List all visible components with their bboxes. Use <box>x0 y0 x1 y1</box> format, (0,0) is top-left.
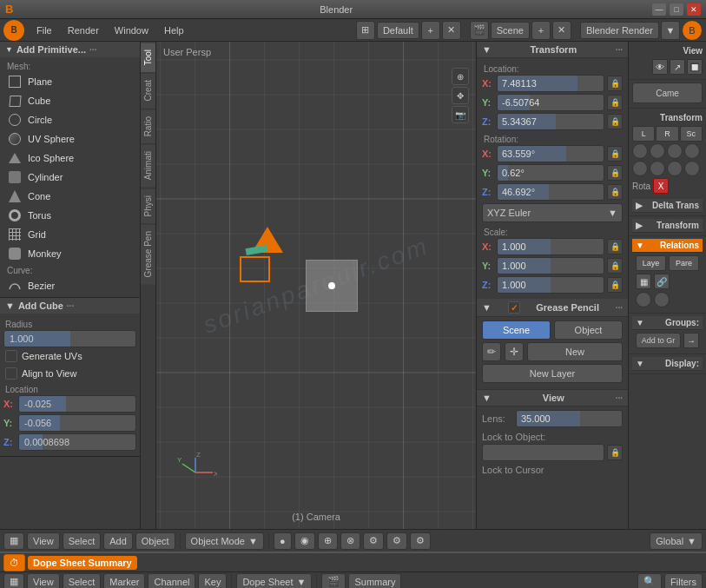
nav-zoom-icon[interactable]: ⊕ <box>452 68 469 85</box>
tab-animation[interactable]: Animati <box>141 143 155 187</box>
fr-circle-3[interactable] <box>667 143 683 159</box>
fr-camera-btn[interactable]: Came <box>632 83 703 103</box>
new-layer-btn[interactable]: New Layer <box>482 364 623 383</box>
menu-help[interactable]: Help <box>157 23 191 37</box>
vt-view-btn[interactable]: View <box>27 532 60 550</box>
gp-scene-btn[interactable]: Scene <box>482 320 551 340</box>
lock-object-field[interactable] <box>482 444 604 461</box>
fr-layer-icon[interactable]: ▦ <box>636 274 651 289</box>
vt-snap-icon[interactable]: ⊗ <box>340 532 360 550</box>
scale-y-lock[interactable]: 🔒 <box>607 258 623 274</box>
fr-circle-2[interactable] <box>650 143 665 159</box>
loc-x-field[interactable]: -0.025 <box>18 395 136 413</box>
fr-groups-header[interactable]: ▼ Groups: <box>632 316 703 330</box>
radius-field[interactable]: 1.000 <box>3 330 136 347</box>
fr-circle-1[interactable] <box>632 143 648 159</box>
ds-icon-btn[interactable]: ⏱ <box>3 554 25 571</box>
tab-physics[interactable]: Physi <box>141 188 155 223</box>
fr-add-group-icon[interactable]: → <box>683 333 699 348</box>
euler-select[interactable]: XYZ Euler ▼ <box>482 203 623 222</box>
render-engine-selector[interactable]: Blender Render <box>580 22 659 39</box>
grease-pencil-header[interactable]: ▼ Grease Pencil ··· <box>477 299 628 317</box>
gp-pencil-btn[interactable]: ✏ <box>482 342 501 361</box>
ds-icon2-btn[interactable]: ▦ <box>3 573 24 589</box>
tab-create[interactable]: Creat <box>141 72 155 108</box>
mesh-cube[interactable]: Cube <box>3 91 136 110</box>
fr-sc-btn[interactable]: Sc <box>680 126 703 142</box>
ds-key-btn[interactable]: Key <box>198 573 227 589</box>
trans-y-lock[interactable]: 🔒 <box>607 95 623 110</box>
trans-x-lock[interactable]: 🔒 <box>607 76 623 91</box>
rot-z-field[interactable]: 46.692° <box>497 183 604 201</box>
nav-pan-icon[interactable]: ✥ <box>452 87 469 104</box>
rot-x-lock[interactable]: 🔒 <box>607 146 623 162</box>
rot-z-lock[interactable]: 🔒 <box>607 184 623 200</box>
fr-circle-4[interactable] <box>684 143 700 159</box>
ds-type-selector[interactable]: Dope Sheet ▼ <box>236 573 312 589</box>
fr-l-btn[interactable]: L <box>632 126 655 142</box>
vt-solid-icon[interactable]: ◉ <box>294 532 315 550</box>
ds-view-btn[interactable]: View <box>27 573 60 589</box>
ds-filters-btn[interactable]: Filters <box>664 573 703 589</box>
mesh-monkey[interactable]: Monkey <box>3 244 136 263</box>
rot-x-field[interactable]: 63.559° <box>497 145 604 162</box>
lock-object-lock[interactable]: 🔒 <box>607 445 623 460</box>
tab-grease-pencil[interactable]: Grease Pen <box>141 223 155 284</box>
fr-toggle-2[interactable] <box>654 292 670 307</box>
mesh-torus[interactable]: Torus <box>3 206 136 225</box>
vt-sphere-icon[interactable]: ● <box>274 532 292 550</box>
add-scene-btn[interactable]: + <box>531 21 551 40</box>
trans-z-field[interactable]: 5.34367 <box>497 113 604 130</box>
ds-marker-btn[interactable]: Marker <box>103 573 145 589</box>
render-options-btn[interactable]: ▼ <box>661 21 680 40</box>
fr-parent-icon[interactable]: 🔗 <box>654 274 670 289</box>
fr-icon-2[interactable]: ↗ <box>670 59 685 75</box>
vt-mode-selector[interactable]: Object Mode ▼ <box>185 532 264 550</box>
ds-summary-btn[interactable]: Summary <box>348 573 401 589</box>
transform-header[interactable]: ▼ Transform ··· <box>477 42 628 58</box>
mesh-cone[interactable]: Cone <box>3 187 136 206</box>
vt-wire-icon[interactable]: ⊕ <box>318 532 338 550</box>
lens-field[interactable]: 35.000 <box>516 410 623 427</box>
fr-circle-8[interactable] <box>684 161 700 176</box>
rot-y-field[interactable]: 0.62° <box>497 164 604 182</box>
curve-bezier[interactable]: Bezier <box>3 276 136 295</box>
tab-tool[interactable]: Tool <box>141 42 155 72</box>
menu-window[interactable]: Window <box>108 23 155 37</box>
fr-circle-6[interactable] <box>650 161 665 176</box>
ds-icon3-btn[interactable]: 🎬 <box>321 573 346 589</box>
maximize-button[interactable]: □ <box>670 3 683 16</box>
vt-settings-3[interactable]: ⚙ <box>410 532 431 550</box>
align-view-row[interactable]: Align to View <box>3 365 136 382</box>
fr-circle-5[interactable] <box>632 161 648 176</box>
fr-icon-1[interactable]: 👁 <box>652 59 668 75</box>
generate-uvs-checkbox[interactable] <box>5 350 17 362</box>
mesh-uvsphere[interactable]: UV Sphere <box>3 129 136 149</box>
gp-object-btn[interactable]: Object <box>554 320 623 340</box>
tab-ratio[interactable]: Ratio <box>141 109 155 143</box>
ds-search-icon[interactable]: 🔍 <box>637 573 662 589</box>
mesh-circle[interactable]: Circle <box>3 110 136 129</box>
rot-y-lock[interactable]: 🔒 <box>607 165 623 181</box>
remove-scene-btn[interactable]: ✕ <box>552 21 571 40</box>
vt-settings-2[interactable]: ⚙ <box>386 532 407 550</box>
scale-x-lock[interactable]: 🔒 <box>607 239 623 254</box>
mesh-cylinder[interactable]: Cylinder <box>3 168 136 187</box>
add-cube-header[interactable]: ▼ Add Cube ··· <box>0 298 140 314</box>
fr-toggle-1[interactable] <box>636 292 651 307</box>
fr-delta-header[interactable]: ▶ Delta Trans <box>632 199 703 213</box>
loc-y-field[interactable]: -0.056 <box>18 414 136 432</box>
nav-camera-icon[interactable]: 📷 <box>452 106 469 123</box>
mesh-plane[interactable]: Plane <box>3 72 136 91</box>
vt-global-selector[interactable]: Global ▼ <box>650 532 703 550</box>
trans-z-lock[interactable]: 🔒 <box>607 114 623 129</box>
gp-move-btn[interactable]: ✛ <box>505 342 524 361</box>
gp-new-btn[interactable]: New <box>527 342 623 361</box>
mesh-grid[interactable]: Grid <box>3 225 136 244</box>
fr-r-btn[interactable]: R <box>656 126 678 142</box>
scale-z-field[interactable]: 1.000 <box>497 276 604 294</box>
vt-select-btn[interactable]: Select <box>63 532 102 550</box>
minimize-button[interactable]: — <box>652 3 666 16</box>
vt-settings-1[interactable]: ⚙ <box>363 532 384 550</box>
scale-y-field[interactable]: 1.000 <box>497 257 604 274</box>
